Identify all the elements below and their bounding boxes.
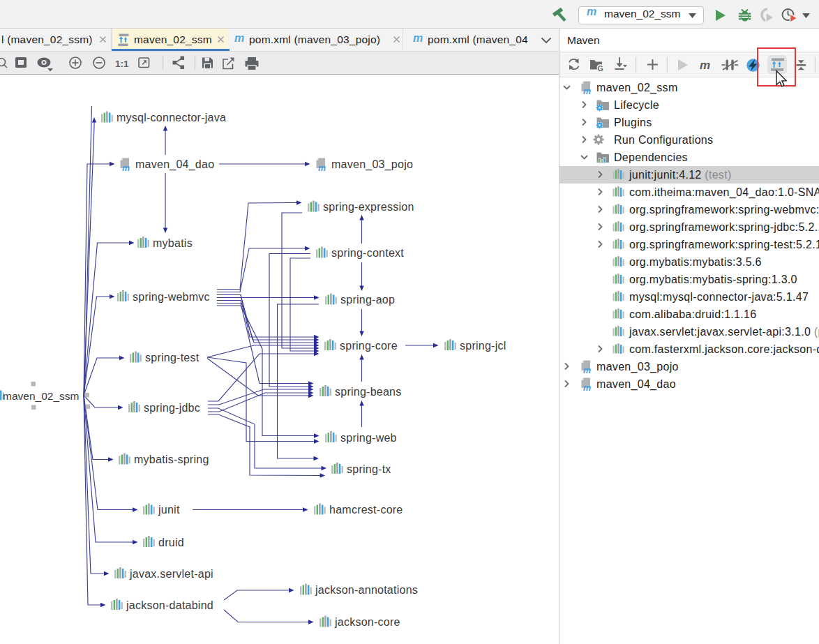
svg-text:org.springframework:spring-jdb: org.springframework:spring-jdbc:5.2.10.R… <box>629 221 819 233</box>
svg-text:Run Configurations: Run Configurations <box>614 134 713 146</box>
svg-text:Dependencies: Dependencies <box>614 151 688 163</box>
svg-text:org.mybatis:mybatis-spring:1.3: org.mybatis:mybatis-spring:1.3.0 <box>629 274 797 285</box>
svg-text:com.alibaba:druid:1.1.16: com.alibaba:druid:1.1.16 <box>629 308 756 320</box>
svg-text:Lifecycle: Lifecycle <box>614 99 659 111</box>
svg-text:javax.servlet:javax.servlet-ap: javax.servlet:javax.servlet-api:3.1.0 (p <box>629 326 819 338</box>
svg-text:G: G <box>598 64 603 73</box>
svg-text:maven_02_ssm: maven_02_ssm <box>596 82 678 94</box>
svg-text:Plugins: Plugins <box>614 117 652 128</box>
svg-text:org.mybatis:mybatis:3.5.6: org.mybatis:mybatis:3.5.6 <box>629 256 762 268</box>
svg-text:org.springframework:spring-tes: org.springframework:spring-test:5.2.10.R… <box>629 239 819 250</box>
svg-text:mysql:mysql-connector-java:5.1: mysql:mysql-connector-java:5.1.47 <box>629 291 809 303</box>
svg-text:m: m <box>700 59 710 72</box>
svg-text:junit:junit:4.12 (test): junit:junit:4.12 (test) <box>629 169 732 181</box>
svg-text:maven_04_dao: maven_04_dao <box>596 378 676 391</box>
svg-text:com.itheima:maven_04_dao:1.0-S: com.itheima:maven_04_dao:1.0-SNAPSHOT <box>629 186 819 199</box>
svg-text:com.fasterxml.jackson.core:jac: com.fasterxml.jackson.core:jackson-datab… <box>629 343 819 355</box>
svg-text:org.springframework:spring-web: org.springframework:spring-webmvc:5.2.10… <box>629 204 819 216</box>
svg-text:maven_03_pojo: maven_03_pojo <box>596 361 679 373</box>
